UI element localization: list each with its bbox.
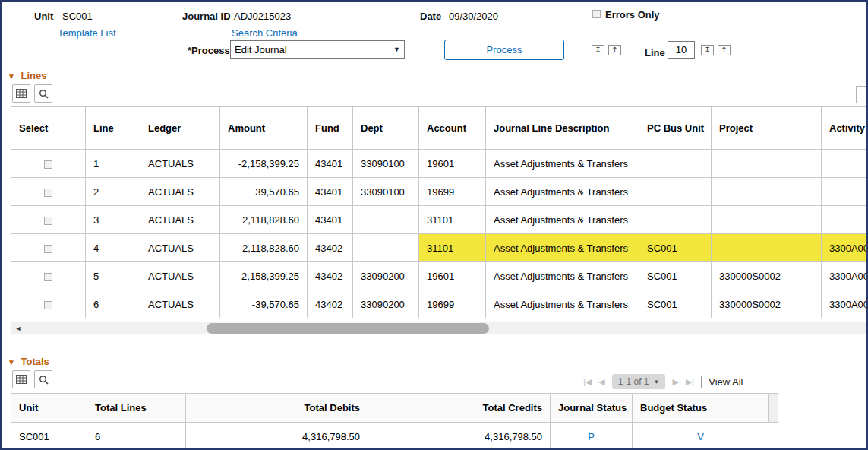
pager-prev-icon[interactable]: ◀ [598,377,604,387]
lines-column-header: Project [712,107,822,150]
chevron-down-icon: ▼ [654,379,660,385]
totals-column-header: Total Lines [87,394,186,423]
lines-section-header[interactable]: ▼ Lines [8,70,47,81]
pager-range-selector[interactable]: 1-1 of 1 ▼ [612,374,666,389]
move-to-top-icon[interactable]: ↥ [608,45,621,55]
cell-activity [822,150,867,178]
journal-status-link[interactable]: P [588,431,595,442]
search-icon[interactable] [34,84,52,103]
lines-table-row: 6ACTUALS-39,570.65434023309020019699Asse… [11,290,867,318]
chevron-down-icon: ▼ [393,46,400,53]
search-criteria-link[interactable]: Search Criteria [232,27,298,39]
cell-amount: 39,570.65 [220,178,308,206]
cell-pc_bus_unit: SC001 [639,234,712,262]
lines-table-row: 2ACTUALS39,570.65434013309010019699Asset… [11,178,867,206]
collapse-triangle-icon: ▼ [8,358,15,366]
cell-pc_bus_unit [639,178,712,206]
lines-column-header: Account [419,107,486,150]
date-value: 09/30/2020 [449,11,498,22]
cell-line: 5 [86,262,140,290]
totals-column-header: Budget Status [633,394,769,423]
process-label: *Process [188,45,230,56]
lines-section-title: Lines [21,70,47,81]
row-select-checkbox[interactable] [44,160,52,169]
cell-line: 1 [86,150,140,178]
journal-entry-page: Unit SC001 Template List Journal ID ADJ0… [0,0,868,450]
row-select-checkbox[interactable] [44,273,52,281]
cell-journal_status: P [551,423,633,450]
lines-column-header: Journal Line Description [486,107,639,150]
totals-table: UnitTotal LinesTotal DebitsTotal Credits… [11,393,769,450]
row-select-checkbox[interactable] [44,217,52,225]
row-select-checkbox[interactable] [44,189,52,197]
cell-desc: Asset Adjustments & Transfers [486,150,639,178]
totals-grid: UnitTotal LinesTotal DebitsTotal Credits… [11,393,769,450]
cell-amount: 2,118,828.60 [220,206,308,234]
cell-line: 6 [86,290,140,318]
cell-activity: 3300A005 [822,234,867,262]
pager-divider [701,376,702,388]
cell-amount: -2,118,828.60 [220,234,308,262]
cell-line: 3 [86,206,140,234]
process-select[interactable]: Edit Journal ▼ [230,40,405,59]
collapse-triangle-icon: ▼ [8,72,15,81]
totals-section-title: Totals [21,356,49,367]
lines-table-row: 3ACTUALS2,118,828.604340131101Asset Adju… [11,206,867,234]
totals-section-header[interactable]: ▼ Totals [8,356,49,367]
cell-activity [822,178,867,206]
cell-ledger: ACTUALS [140,206,220,234]
move-to-bottom-icon[interactable]: ↧ [701,45,714,55]
grid-personalize-icon[interactable] [12,370,30,388]
cell-pc_bus_unit: SC001 [639,262,712,290]
cell-pc_bus_unit [639,150,712,178]
process-button[interactable]: Process [444,40,564,60]
totals-column-header: Journal Status [551,394,633,423]
totals-column-header: Total Credits [368,394,551,423]
cell-total_credits: 4,316,798.50 [368,423,551,450]
horizontal-scrollbar: ◄ [11,322,866,334]
cell-activity: 3300A005 [822,262,867,290]
date-label: Date [420,11,441,22]
template-list-link[interactable]: Template List [58,27,116,39]
grid-personalize-icon[interactable] [12,84,30,103]
cell-amount: -2,158,399.25 [220,150,308,178]
scrollbar-thumb[interactable] [207,323,489,334]
pager-last-icon[interactable]: ▶| [686,377,694,387]
totals-vertical-scrollbar[interactable] [768,393,778,423]
view-all-link[interactable]: View All [709,376,743,388]
cell-desc: Asset Adjustments & Transfers [486,206,639,234]
cell-unit: SC001 [11,423,87,450]
budget-status-link[interactable]: V [697,431,704,442]
cell-dept: 33090200 [353,262,419,290]
move-to-bottom-icon[interactable]: ↧ [592,45,604,55]
totals-grid-toolbar [12,370,52,388]
cell-dept [353,206,419,234]
cell-account: 31101 [419,234,486,262]
lines-column-header: Fund [308,107,353,150]
lines-column-header: Ledger [140,107,220,150]
pager-first-icon[interactable]: |◀ [583,377,592,387]
search-icon[interactable] [34,370,52,388]
cell-fund: 43401 [308,178,353,206]
cell-pc_bus_unit: SC001 [639,290,712,318]
cell-desc: Asset Adjustments & Transfers [486,178,639,206]
errors-only-checkbox[interactable] [592,10,601,18]
row-select-checkbox[interactable] [44,245,52,253]
pager-next-icon[interactable]: ▶ [672,377,678,387]
cell-fund: 43401 [308,206,353,234]
cell-account: 19699 [419,290,486,318]
cell-ledger: ACTUALS [140,290,220,318]
row-select-checkbox[interactable] [44,301,52,309]
cell-select [11,234,86,262]
lines-column-header: Amount [220,107,308,150]
totals-column-header: Total Debits [186,394,368,423]
cell-line: 2 [86,178,140,206]
cell-ledger: ACTUALS [140,150,220,178]
cell-project [712,150,822,178]
cell-fund: 43402 [308,234,353,262]
totals-table-body: SC00164,316,798.504,316,798.50PV [11,423,769,450]
cell-account: 19699 [419,178,486,206]
scroll-left-icon[interactable]: ◄ [12,322,24,334]
move-to-top-icon[interactable]: ↥ [718,45,731,55]
line-count-input[interactable] [668,41,695,59]
